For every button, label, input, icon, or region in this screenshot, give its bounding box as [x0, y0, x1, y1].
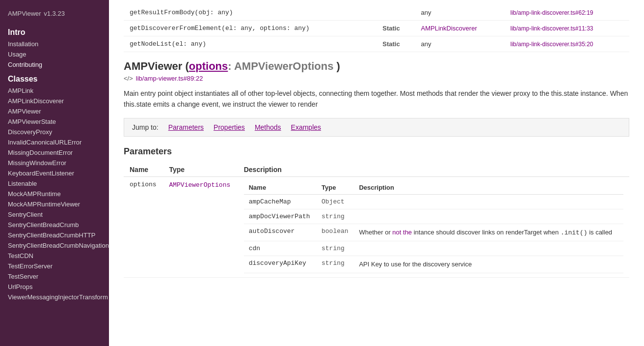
method-source-link-1[interactable]: lib/amp-link-discoverer.ts#62:19	[510, 9, 593, 16]
constructor-description: Main entry point object instantiates all…	[124, 88, 629, 110]
opt-col-type: Type	[317, 181, 354, 195]
sidebar-item-sentryclientbreadcrumb[interactable]: SentryClientBreadCrumb	[0, 220, 109, 230]
opt-type-discoveryapikey: string	[317, 256, 354, 273]
opt-col-name: Name	[244, 181, 317, 195]
method-modifier-1	[376, 5, 415, 21]
sidebar-title: AMPViewer v1.3.23	[0, 0, 109, 23]
params-row-options: options AMPViewerOptions Name Type Descr…	[124, 176, 629, 277]
sidebar-item-invalidcanonicalurlerror[interactable]: InvalidCanonicalURLError	[0, 137, 109, 147]
app-title: AMPViewer	[8, 10, 41, 17]
method-name-getdiscoverer: getDiscovererFromElement(el: any, option…	[124, 21, 376, 36]
sidebar-item-ampviewerstate[interactable]: AMPViewerState	[0, 116, 109, 127]
params-col-name: Name	[124, 163, 163, 177]
methods-table: getResultFromBody(obj: any) any lib/amp-…	[124, 5, 629, 52]
opt-desc-ampcachemap	[354, 194, 623, 209]
source-file-link[interactable]: lib/amp-viewer.ts#89:22	[136, 75, 203, 82]
sidebar-item-urlprops[interactable]: UrlProps	[0, 282, 109, 292]
sidebar-item-contributing[interactable]: Contributing	[0, 59, 109, 70]
option-row-autodiscover: autoDiscover boolean Whether or not the …	[244, 224, 623, 241]
source-link-row: </> lib/amp-viewer.ts#89:22	[124, 75, 629, 82]
constructor-colon-type: : AMPViewerOptions	[228, 60, 333, 72]
sidebar-item-mockampruntime[interactable]: MockAMPRuntime	[0, 189, 109, 199]
sidebar-item-amplinkdiscoverer[interactable]: AMPLinkDiscoverer	[0, 96, 109, 106]
sidebar-item-usage[interactable]: Usage	[0, 49, 109, 59]
opt-name-cdn: cdn	[244, 241, 317, 256]
classes-section-header: Classes	[0, 70, 109, 86]
option-row-cdn: cdn string	[244, 241, 623, 256]
options-inner-table: Name Type Description ampCacheMap Object	[244, 181, 623, 273]
sidebar-item-testcdn[interactable]: TestCDN	[0, 251, 109, 261]
jump-link-properties[interactable]: Properties	[214, 123, 245, 131]
sidebar-item-listenable[interactable]: Listenable	[0, 178, 109, 189]
method-type-1: any	[415, 5, 505, 21]
jump-label: Jump to:	[132, 123, 159, 131]
method-row-getnodelist: getNodeList(el: any) Static any lib/amp-…	[124, 36, 629, 52]
method-name-getresultfrombody: getResultFromBody(obj: any)	[124, 5, 376, 21]
constructor-param-link[interactable]: options	[189, 60, 228, 72]
method-modifier-2: Static	[376, 21, 415, 36]
params-outer-table: Name Type Description options AMPViewerO…	[124, 163, 629, 278]
intro-section-header: Intro	[0, 23, 109, 39]
method-type-3: any	[415, 36, 505, 52]
sidebar-item-sentryclientbreadcrumbnavigation[interactable]: SentryClientBreadCrumbNavigation	[0, 240, 109, 251]
method-modifier-3: Static	[376, 36, 415, 52]
sidebar-item-installation[interactable]: Installation	[0, 39, 109, 49]
param-name-options: options	[124, 176, 163, 277]
parameters-section-title: Parameters	[124, 146, 629, 157]
init-call: .init()	[561, 229, 588, 236]
sidebar-item-sentryclientbreadcrumbhttp[interactable]: SentryClientBreadCrumbHTTP	[0, 230, 109, 240]
app-version: v1.3.23	[44, 10, 65, 17]
jump-link-parameters[interactable]: Parameters	[168, 123, 204, 131]
sidebar-item-ampviewer[interactable]: AMPViewer	[0, 106, 109, 116]
constructor-heading: AMPViewer (options: AMPViewerOptions )	[124, 60, 629, 73]
opt-type-ampdocviewerpath: string	[317, 209, 354, 224]
sidebar-item-amplink[interactable]: AMPLink	[0, 86, 109, 96]
jump-link-examples[interactable]: Examples	[291, 123, 321, 131]
opt-name-ampcachemap: ampCacheMap	[244, 194, 317, 209]
sidebar-item-sentryclient[interactable]: SentryClient	[0, 209, 109, 220]
option-row-discoveryapikey: discoveryApiKey string API Key to use fo…	[244, 256, 623, 273]
sidebar-item-testerrorserver[interactable]: TestErrorServer	[0, 261, 109, 271]
method-row-getresultfrombody: getResultFromBody(obj: any) any lib/amp-…	[124, 5, 629, 21]
method-source-link-2[interactable]: lib/amp-link-discoverer.ts#11:33	[510, 25, 593, 32]
jump-link-methods[interactable]: Methods	[255, 123, 281, 131]
method-source-link-3[interactable]: lib/amp-link-discoverer.ts#35:20	[510, 41, 593, 48]
highlight-the: the	[403, 229, 412, 236]
params-col-desc: Description	[238, 163, 629, 177]
opt-name-autodiscover: autoDiscover	[244, 224, 317, 241]
sidebar-item-missingdocumenterror[interactable]: MissingDocumentError	[0, 147, 109, 158]
params-col-type: Type	[163, 163, 238, 177]
jump-bar: Jump to: Parameters Properties Methods E…	[124, 118, 629, 137]
constructor-suffix: )	[333, 60, 340, 72]
method-class-link-2[interactable]: AMPLinkDiscoverer	[421, 25, 477, 32]
opt-desc-cdn	[354, 241, 623, 256]
highlight-not: not	[392, 229, 401, 236]
opt-name-discoveryapikey: discoveryApiKey	[244, 256, 317, 273]
opt-name-ampdocviewerpath: ampDocViewerPath	[244, 209, 317, 224]
params-header-row: Name Type Description	[124, 163, 629, 177]
opt-desc-ampdocviewerpath	[354, 209, 623, 224]
method-row-getdiscovererfromelem: getDiscovererFromElement(el: any, option…	[124, 21, 629, 36]
sidebar: AMPViewer v1.3.23 Intro Installation Usa…	[0, 0, 109, 346]
sidebar-item-discoveryproxy[interactable]: DiscoveryProxy	[0, 127, 109, 137]
method-name-getnodelist: getNodeList(el: any)	[124, 36, 376, 52]
sidebar-item-keyboardeventlistener[interactable]: KeyboardEventListener	[0, 168, 109, 178]
sidebar-item-mockampruntimeviewer[interactable]: MockAMPRuntimeViewer	[0, 199, 109, 209]
sidebar-item-missingwindowerror[interactable]: MissingWindowError	[0, 158, 109, 168]
opt-desc-discoveryapikey: API Key to use for the discovery service	[354, 256, 623, 273]
sidebar-item-viewermessaginginjector[interactable]: ViewerMessagingInjectorTransform	[0, 292, 109, 302]
option-row-ampdocviewerpath: ampDocViewerPath string	[244, 209, 623, 224]
opt-type-ampcachemap: Object	[317, 194, 354, 209]
options-header-row: Name Type Description	[244, 181, 623, 195]
source-tag-icon: </>	[124, 75, 133, 82]
opt-col-desc: Description	[354, 181, 623, 195]
opt-desc-autodiscover: Whether or not the intance should discov…	[354, 224, 623, 241]
constructor-prefix: AMPViewer (	[124, 60, 189, 72]
main-content: getResultFromBody(obj: any) any lib/amp-…	[109, 0, 644, 346]
param-type-link-options[interactable]: AMPViewerOptions	[169, 181, 230, 189]
content-area: getResultFromBody(obj: any) any lib/amp-…	[109, 0, 644, 297]
sidebar-item-testserver[interactable]: TestServer	[0, 271, 109, 282]
opt-type-cdn: string	[317, 241, 354, 256]
option-row-ampcachemap: ampCacheMap Object	[244, 194, 623, 209]
opt-type-autodiscover: boolean	[317, 224, 354, 241]
